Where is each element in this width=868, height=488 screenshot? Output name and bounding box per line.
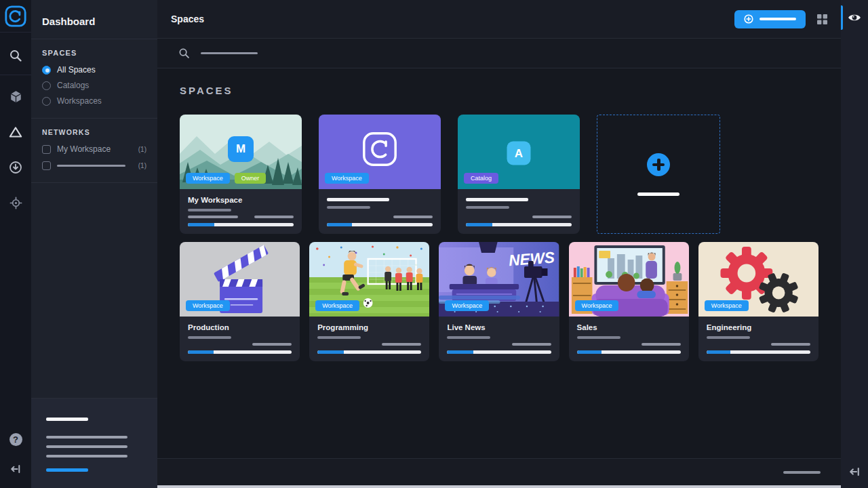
- topbar: Spaces: [157, 0, 841, 39]
- search-bar[interactable]: [157, 39, 841, 68]
- filter-catalogs[interactable]: Catalogs: [42, 81, 146, 90]
- filter-workspaces[interactable]: Workspaces: [42, 96, 146, 106]
- network-item-redacted[interactable]: (1): [42, 161, 146, 170]
- card-title: Sales: [577, 323, 681, 331]
- cards-row-1: MWorkspaceOwnerMy Workspace Workspace AC…: [180, 115, 818, 234]
- progress-bar: [466, 223, 572, 226]
- tag-workspace: Workspace: [186, 173, 230, 184]
- space-card[interactable]: WorkspaceProgramming: [309, 242, 429, 361]
- create-space-button[interactable]: [734, 10, 806, 28]
- button-label-bar: [760, 18, 796, 20]
- card-body: My Workspace: [180, 189, 302, 234]
- card-title: Programming: [317, 323, 421, 331]
- card-tags: Workspace: [445, 300, 489, 311]
- space-card[interactable]: Workspace: [319, 115, 441, 234]
- tag-workspace: Workspace: [315, 300, 359, 311]
- topbar-actions: [734, 10, 827, 28]
- grid-view-icon[interactable]: [817, 14, 827, 24]
- card-meta-row: [317, 343, 421, 346]
- sidebar-title: Dashboard: [31, 0, 157, 39]
- add-label-bar: [637, 192, 679, 196]
- network-count: (1): [138, 162, 146, 169]
- meta-right-bar: [771, 343, 810, 346]
- card-body: Production: [180, 317, 300, 361]
- card-body: Sales: [569, 317, 689, 361]
- space-card[interactable]: WorkspaceProduction: [180, 242, 300, 361]
- footer-title-bar: [46, 418, 88, 421]
- meta-right-bar: [512, 343, 551, 346]
- progress-fill: [327, 223, 352, 226]
- space-card[interactable]: WorkspaceEngineering: [698, 242, 818, 361]
- radio-selected-icon: [42, 66, 51, 75]
- letter-avatar: M: [228, 136, 254, 162]
- space-card[interactable]: MWorkspaceOwnerMy Workspace: [180, 115, 302, 234]
- progress-fill: [707, 350, 730, 354]
- card-tags: Workspace: [186, 300, 230, 311]
- add-space-card[interactable]: [597, 115, 720, 234]
- locator-icon[interactable]: [0, 189, 31, 216]
- card-tags: WorkspaceOwner: [186, 173, 266, 184]
- package-icon[interactable]: [0, 83, 31, 110]
- progress-fill: [188, 223, 214, 226]
- card-tags: Workspace: [575, 300, 619, 311]
- ci-logo-icon: [4, 5, 27, 28]
- card-tags: Workspace: [705, 300, 749, 311]
- footer-status-bar[interactable]: [783, 471, 821, 474]
- cards-row-2: WorkspaceProduction: [180, 242, 818, 361]
- filter-label: All Spaces: [57, 65, 96, 75]
- card-subtitle-bar: [188, 209, 231, 211]
- space-card[interactable]: ACatalog: [458, 115, 580, 234]
- question-mark-icon: ?: [9, 433, 22, 446]
- redacted-label-bar: [57, 165, 125, 167]
- space-card[interactable]: NEWS WorkspaceLive News: [439, 242, 559, 361]
- tag-workspace: Workspace: [575, 300, 619, 311]
- card-tags: Workspace: [325, 173, 369, 184]
- help-icon[interactable]: ?: [0, 426, 31, 453]
- horizontal-scrollbar[interactable]: [157, 485, 841, 488]
- progress-bar: [577, 350, 681, 354]
- preview-eye-button[interactable]: [841, 0, 868, 35]
- collapse-right-icon[interactable]: [841, 458, 868, 485]
- search-placeholder-bar: [201, 52, 258, 54]
- card-title: Live News: [447, 323, 551, 331]
- progress-bar: [327, 223, 433, 226]
- tag-catalog: Catalog: [464, 173, 498, 184]
- search-icon[interactable]: [0, 42, 31, 69]
- tag-owner: Owner: [235, 173, 267, 184]
- radio-icon: [42, 81, 51, 90]
- card-image: Workspace: [309, 242, 429, 317]
- card-body: [458, 189, 580, 234]
- tag-workspace: Workspace: [445, 300, 489, 311]
- spaces-filter-section: SPACES All Spaces Catalogs Workspaces: [31, 39, 157, 119]
- footer-link-bar[interactable]: [46, 468, 88, 472]
- right-utility-strip: [841, 0, 868, 488]
- meta-right-bar: [382, 343, 421, 346]
- card-image: NEWS Workspace: [439, 242, 559, 317]
- network-my-workspace[interactable]: My Workspace (1): [42, 144, 146, 154]
- meta-right-bar: [532, 216, 572, 218]
- page-title: Spaces: [171, 14, 204, 24]
- card-subtitle-bar: [577, 336, 620, 339]
- card-tags: Catalog: [464, 173, 498, 184]
- download-circle-icon[interactable]: [0, 154, 31, 181]
- search-icon: [178, 47, 190, 59]
- meta-right-bar: [254, 216, 294, 218]
- plus-icon: [647, 153, 670, 176]
- collapse-rail-icon[interactable]: [0, 455, 31, 483]
- letter-avatar: A: [507, 142, 531, 165]
- space-card[interactable]: WorkspaceSales: [569, 242, 689, 361]
- app-logo-icon[interactable]: [0, 0, 31, 33]
- networks-section: NETWORKS My Workspace (1) (1): [31, 119, 157, 183]
- sidebar-spacer: [31, 183, 157, 398]
- filter-label: Catalogs: [57, 81, 89, 90]
- spaces-content: SPACES MWorkspaceOwnerMy Workspace Works…: [157, 68, 841, 458]
- network-label: My Workspace: [57, 144, 132, 154]
- prism-icon[interactable]: [0, 119, 31, 146]
- card-subtitle-bar: [447, 336, 490, 339]
- tag-workspace: Workspace: [186, 300, 230, 311]
- sidebar-footer-panel: [31, 398, 157, 488]
- filter-all-spaces[interactable]: All Spaces: [42, 65, 146, 75]
- card-subtitle-bar: [317, 336, 361, 339]
- card-body: Live News: [439, 317, 559, 361]
- progress-fill: [577, 350, 602, 354]
